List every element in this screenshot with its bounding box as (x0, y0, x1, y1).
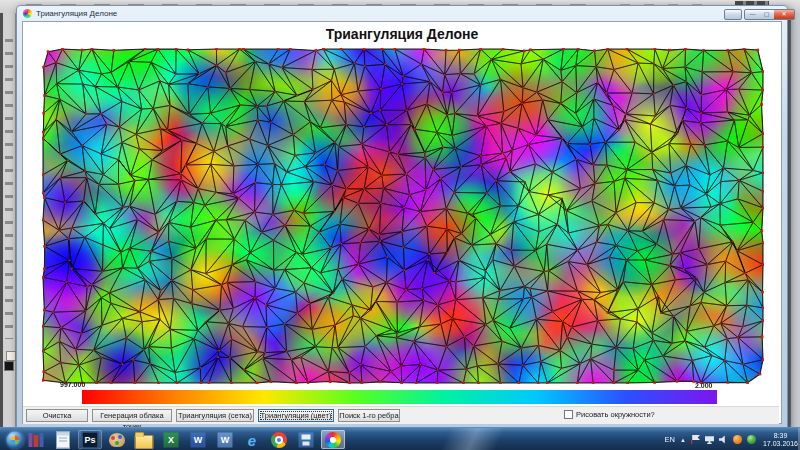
colorbar-max-label: 2.000 (695, 382, 713, 389)
action-center-flag-icon[interactable] (691, 435, 700, 444)
internet-explorer-icon[interactable]: e (240, 430, 264, 449)
language-indicator[interactable]: EN (665, 435, 675, 444)
button-1[interactable]: Очистка (26, 409, 88, 422)
photoshop-icon[interactable]: Ps (78, 430, 102, 449)
maximize-button[interactable]: ▢ (759, 9, 775, 20)
green-ball-icon[interactable] (747, 435, 756, 444)
button-3[interactable]: Триангуляция (сетка) (176, 409, 254, 422)
checkbox-box[interactable] (564, 410, 573, 419)
orange-ball-icon[interactable] (733, 435, 742, 444)
controls-row: ОчисткаГенерация облака точекТриангуляци… (23, 406, 779, 424)
triangulation-canvas[interactable] (42, 48, 764, 384)
taskbar-glass-streak (430, 428, 520, 450)
titlebar-extra-button[interactable] (724, 9, 742, 20)
word-icon[interactable]: W (186, 430, 210, 449)
system-tray: EN ▲ 8:39 17.03.2016 (665, 428, 798, 450)
chrome-icon[interactable] (267, 430, 291, 449)
clock-time: 8:39 (763, 432, 798, 440)
foreground-color-swatch (4, 361, 14, 371)
photoshop-tool-panel[interactable] (0, 13, 17, 427)
explorer-icon[interactable] (132, 430, 156, 449)
close-button[interactable]: ✕ (774, 9, 795, 20)
colorbar-gradient (82, 390, 717, 404)
app-window: Триангуляция Делоне — ▢ ✕ Триангуляция Д… (16, 5, 788, 428)
tool-icons-column (5, 39, 13, 339)
floppy-icon[interactable] (294, 430, 318, 449)
excel-icon[interactable]: X (159, 430, 183, 449)
paint-icon[interactable] (105, 430, 129, 449)
button-5[interactable]: Поиск 1-го ребра (338, 409, 400, 422)
app-icon (23, 9, 32, 18)
background-right-panel (786, 13, 800, 427)
hidden-icons-arrow[interactable]: ▲ (680, 437, 686, 443)
volume-icon[interactable] (719, 435, 728, 444)
page-title: Триангуляция Делоне (23, 26, 781, 42)
winrar-icon[interactable] (24, 430, 48, 449)
window-title: Триангуляция Делоне (36, 9, 117, 18)
network-icon[interactable] (705, 435, 714, 444)
background-color-swatch (6, 351, 16, 361)
titlebar[interactable]: Триангуляция Делоне — ▢ ✕ (17, 6, 787, 21)
delaunay-app-icon[interactable] (321, 430, 345, 449)
client-area: Триангуляция Делоне 997.000 2.000 Очистк… (22, 21, 782, 424)
button-4[interactable]: Триангуляция (цвет) (258, 409, 334, 422)
draw-circles-checkbox[interactable]: Рисовать окружности? (564, 410, 655, 419)
close-icon: ✕ (774, 10, 794, 19)
button-2[interactable]: Генерация облака точек (92, 409, 172, 422)
checkbox-label: Рисовать окружности? (576, 410, 655, 419)
taskbar: PsXWWe EN ▲ 8:39 17.03.2016 (0, 427, 800, 450)
clock[interactable]: 8:39 17.03.2016 (763, 432, 798, 448)
colorbar-min-label: 997.000 (60, 381, 85, 388)
maximize-icon: ▢ (759, 10, 774, 19)
notepad-icon[interactable] (51, 430, 75, 449)
clock-date: 17.03.2016 (763, 440, 798, 448)
minimize-icon: — (745, 10, 760, 19)
wordpad-icon[interactable]: W (213, 430, 237, 449)
